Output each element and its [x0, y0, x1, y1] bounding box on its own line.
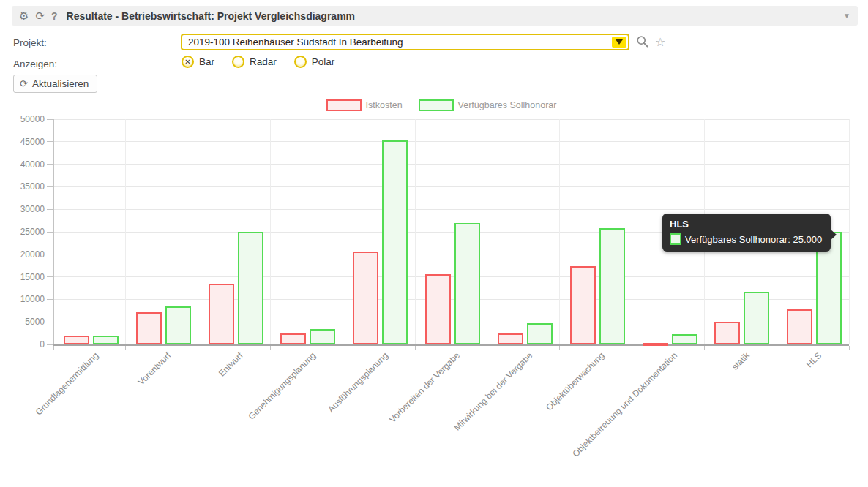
refresh-icon: ⟳	[20, 78, 28, 89]
x-tick-mark	[270, 346, 271, 350]
gridline-horizontal	[53, 254, 849, 254]
aktualisieren-button[interactable]: ⟳ Aktualisieren	[13, 75, 97, 93]
bar-verf-gbares-sollhonorar-vorbereiten-der-vergabe[interactable]	[454, 223, 480, 344]
bar-verf-gbares-sollhonorar-objektbetreuung-und-dokumentation[interactable]	[672, 334, 697, 344]
display-option-bar[interactable]: ✕Bar	[182, 56, 214, 68]
display-option-polar[interactable]: Polar	[294, 56, 335, 68]
bar-istkosten-statik[interactable]	[714, 322, 740, 344]
bar-istkosten-hls[interactable]	[787, 309, 812, 344]
x-axis-label-ausf-hrungsplanung: Ausführungsplanung	[326, 350, 390, 415]
gridline-vertical	[559, 119, 560, 344]
gridline-horizontal	[53, 119, 849, 120]
project-select[interactable]: 2019-100 Reihenhäuser Südstadt In Bearbe…	[181, 34, 629, 50]
x-tick-mark	[559, 346, 560, 350]
x-tick-mark	[125, 346, 126, 350]
gridline-horizontal	[53, 186, 849, 187]
legend-label: Verfügbares Sollhonorar	[458, 100, 557, 110]
bar-verf-gbares-sollhonorar-genehmigungsplanung[interactable]	[310, 329, 335, 344]
gridline-vertical	[125, 119, 126, 344]
radio-label: Radar	[250, 56, 277, 67]
y-axis-tick-label: 45000	[1, 137, 45, 147]
x-axis-label-statik: statik	[730, 350, 752, 372]
legend-item-verf-gbares-sollhonorar[interactable]: Verfügbares Sollhonorar	[419, 99, 557, 111]
gridline-vertical	[415, 119, 416, 344]
x-axis-label-entwurf: Entwurf	[217, 350, 245, 379]
tooltip-series-swatch-icon	[670, 233, 681, 245]
bar-verf-gbares-sollhonorar-objekt-berwachung[interactable]	[599, 228, 625, 344]
y-axis-tick-label: 30000	[1, 204, 45, 214]
bar-istkosten-entwurf[interactable]	[209, 284, 234, 344]
tooltip-caret	[830, 229, 837, 241]
aktualisieren-button-label: Aktualisieren	[32, 78, 89, 89]
legend-swatch-icon	[326, 99, 362, 111]
display-label: Anzeigen:	[13, 58, 57, 69]
y-axis-tick-label: 5000	[1, 317, 45, 327]
y-axis: 0500010000150002000025000300003500040000…	[0, 119, 47, 344]
bar-istkosten-mitwirkung-bei-der-vergabe[interactable]	[498, 333, 523, 344]
dropdown-arrow-icon[interactable]	[612, 37, 626, 48]
project-select-value: 2019-100 Reihenhäuser Südstadt In Bearbe…	[182, 37, 612, 48]
y-axis-tick-label: 10000	[1, 294, 45, 304]
radio-unselected-icon[interactable]	[294, 56, 307, 68]
chart-tooltip: HLS Verfügbares Sollhonorar: 25.000	[662, 214, 831, 252]
gridline-vertical	[198, 119, 198, 344]
legend-item-istkosten[interactable]: Istkosten	[326, 99, 403, 111]
x-tick-mark	[415, 346, 416, 350]
search-icon[interactable]	[636, 35, 649, 48]
y-axis-tick-label: 0	[1, 339, 45, 350]
bar-istkosten-objektbetreuung-und-dokumentation[interactable]	[643, 343, 668, 346]
gridline-horizontal	[53, 299, 849, 300]
x-axis-label-genehmigungsplanung: Genehmigungsplanung	[246, 350, 318, 422]
x-axis-label-grundlagenermittlung: Grundlagenermittlung	[34, 350, 101, 418]
x-axis: GrundlagenermittlungVorentwurfEntwurfGen…	[0, 350, 868, 482]
y-axis-tick-label: 40000	[1, 159, 45, 170]
tooltip-value-text: Verfügbares Sollhonorar: 25.000	[685, 234, 822, 245]
bar-verf-gbares-sollhonorar-vorentwurf[interactable]	[165, 306, 191, 344]
radio-selected-icon[interactable]: ✕	[182, 56, 194, 68]
gridline-horizontal	[53, 209, 849, 210]
gridline-vertical	[343, 119, 343, 344]
refresh-icon[interactable]: ⟳	[35, 10, 45, 21]
legend-label: Istkosten	[366, 100, 403, 110]
gridline-vertical	[849, 119, 850, 344]
display-option-radar[interactable]: Radar	[232, 56, 277, 68]
bar-istkosten-vorbereiten-der-vergabe[interactable]	[425, 274, 451, 344]
radio-unselected-icon[interactable]	[232, 56, 244, 68]
bar-istkosten-vorentwurf[interactable]	[136, 312, 162, 344]
display-radio-group: ✕BarRadarPolar	[182, 56, 334, 68]
gridline-horizontal	[53, 141, 849, 142]
bar-istkosten-grundlagenermittlung[interactable]	[64, 336, 89, 344]
x-axis-label-vorbereiten-der-vergabe: Vorbereiten der Vergabe	[387, 350, 462, 425]
bar-istkosten-ausf-hrungsplanung[interactable]	[353, 252, 378, 344]
x-tick-mark	[632, 346, 632, 350]
panel-title: Resultate - Betriebswirtschaft: Projekt …	[67, 10, 355, 22]
x-axis-label-vorentwurf: Vorentwurf	[136, 350, 173, 387]
x-axis-label-objekt-berwachung: Objektüberwachung	[545, 350, 607, 412]
tooltip-title: HLS	[670, 219, 822, 230]
x-tick-mark	[487, 346, 487, 350]
legend-swatch-icon	[419, 99, 454, 111]
collapse-triangle-down-icon[interactable]: ▼	[843, 12, 850, 20]
gridline-horizontal	[53, 276, 849, 277]
bar-istkosten-objekt-berwachung[interactable]	[570, 266, 596, 344]
x-axis-label-mitwirkung-bei-der-vergabe: Mitwirkung bei der Vergabe	[452, 350, 534, 433]
bar-verf-gbares-sollhonorar-entwurf[interactable]	[238, 232, 263, 344]
panel-header: ⚙ ⟳ ? Resultate - Betriebswirtschaft: Pr…	[12, 6, 858, 26]
gridline-vertical	[270, 119, 271, 344]
question-mark-icon[interactable]: ?	[51, 11, 58, 21]
bar-verf-gbares-sollhonorar-ausf-hrungsplanung[interactable]	[382, 140, 408, 344]
x-tick-mark	[777, 346, 777, 350]
x-tick-mark	[53, 346, 54, 350]
bar-verf-gbares-sollhonorar-grundlagenermittlung[interactable]	[93, 336, 119, 344]
y-axis-tick-label: 20000	[1, 249, 45, 260]
bar-istkosten-genehmigungsplanung[interactable]	[280, 333, 306, 344]
favorite-star-icon[interactable]: ☆	[655, 37, 665, 48]
chart-legend: IstkostenVerfügbares Sollhonorar	[53, 99, 829, 111]
x-tick-mark	[704, 346, 705, 350]
radio-label: Bar	[199, 56, 214, 67]
x-axis-label-hls: HLS	[804, 350, 823, 369]
gear-icon[interactable]: ⚙	[19, 10, 29, 21]
radio-label: Polar	[312, 56, 335, 67]
bar-verf-gbares-sollhonorar-mitwirkung-bei-der-vergabe[interactable]	[527, 323, 553, 344]
bar-verf-gbares-sollhonorar-statik[interactable]	[744, 292, 769, 344]
